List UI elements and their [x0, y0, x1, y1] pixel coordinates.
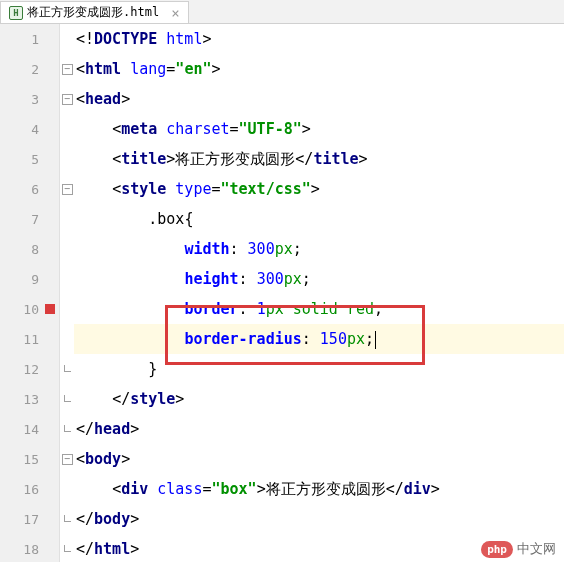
fold-marker [60, 474, 74, 504]
tab-label: 将正方形变成圆形.html [27, 4, 159, 21]
line-number[interactable]: 15 [0, 444, 59, 474]
text-caret [375, 331, 376, 349]
code-line: height: 300px; [74, 264, 564, 294]
line-number[interactable]: 5 [0, 144, 59, 174]
code-line: } [74, 354, 564, 384]
fold-marker [60, 294, 74, 324]
code-line: <meta charset="UTF-8"> [74, 114, 564, 144]
line-number[interactable]: 7 [0, 204, 59, 234]
code-line: <style type="text/css"> [74, 174, 564, 204]
code-line: <html lang="en"> [74, 54, 564, 84]
line-number-gutter: 1 2 3 4 5 6 7 8 9 10 11 12 13 14 15 16 1… [0, 24, 60, 562]
fold-marker [60, 264, 74, 294]
line-number[interactable]: 16 [0, 474, 59, 504]
watermark-badge: php [481, 541, 513, 558]
editor-area: 1 2 3 4 5 6 7 8 9 10 11 12 13 14 15 16 1… [0, 24, 564, 562]
line-number[interactable]: 12 [0, 354, 59, 384]
fold-column [60, 24, 74, 562]
code-line: </body> [74, 504, 564, 534]
code-line: <div class="box">将正方形变成圆形</div> [74, 474, 564, 504]
fold-end [60, 354, 74, 384]
code-line: border: 1px solid red; [74, 294, 564, 324]
code-line: <head> [74, 84, 564, 114]
line-number[interactable]: 18 [0, 534, 59, 562]
code-line: .box{ [74, 204, 564, 234]
code-line: width: 300px; [74, 234, 564, 264]
code-line-current: border-radius: 150px; [74, 324, 564, 354]
fold-end [60, 504, 74, 534]
fold-marker [60, 204, 74, 234]
line-number[interactable]: 17 [0, 504, 59, 534]
tab-bar: 将正方形变成圆形.html [0, 0, 564, 24]
line-number[interactable]: 14 [0, 414, 59, 444]
code-line: <body> [74, 444, 564, 474]
line-number[interactable]: 3 [0, 84, 59, 114]
line-number[interactable]: 10 [0, 294, 59, 324]
fold-marker [60, 144, 74, 174]
line-number[interactable]: 4 [0, 114, 59, 144]
line-number[interactable]: 8 [0, 234, 59, 264]
watermark: php 中文网 [481, 540, 556, 558]
code-line: <title>将正方形变成圆形</title> [74, 144, 564, 174]
line-number[interactable]: 13 [0, 384, 59, 414]
line-number[interactable]: 1 [0, 24, 59, 54]
fold-end [60, 384, 74, 414]
fold-marker [60, 24, 74, 54]
fold-toggle[interactable] [60, 444, 74, 474]
line-number[interactable]: 2 [0, 54, 59, 84]
line-number[interactable]: 6 [0, 174, 59, 204]
fold-marker [60, 114, 74, 144]
code-line: </head> [74, 414, 564, 444]
code-area[interactable]: <!DOCTYPE html> <html lang="en"> <head> … [74, 24, 564, 562]
fold-end [60, 414, 74, 444]
fold-toggle[interactable] [60, 174, 74, 204]
fold-end [60, 534, 74, 562]
line-number[interactable]: 9 [0, 264, 59, 294]
code-line: </style> [74, 384, 564, 414]
fold-toggle[interactable] [60, 84, 74, 114]
fold-marker [60, 234, 74, 264]
fold-marker [60, 324, 74, 354]
line-number[interactable]: 11 [0, 324, 59, 354]
file-tab[interactable]: 将正方形变成圆形.html [0, 1, 189, 23]
fold-toggle[interactable] [60, 54, 74, 84]
watermark-text: 中文网 [517, 540, 556, 558]
code-line: <!DOCTYPE html> [74, 24, 564, 54]
